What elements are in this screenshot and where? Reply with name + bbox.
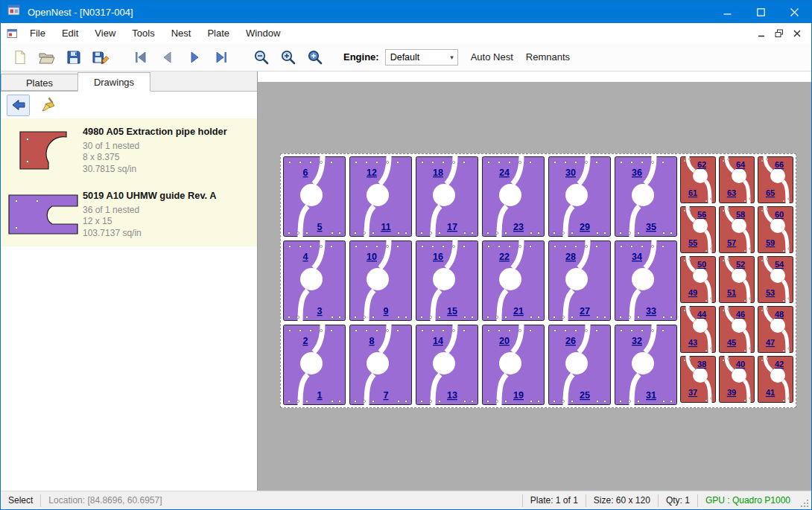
nest-part-pair-red[interactable]: 54 53 xyxy=(758,256,793,303)
import-drawing-button[interactable] xyxy=(7,95,30,116)
tab-drawings[interactable]: Drawings xyxy=(77,72,150,92)
svg-text:15: 15 xyxy=(447,306,457,316)
resize-grip[interactable] xyxy=(798,491,811,510)
nest-part-pair-purple[interactable]: 6 5 xyxy=(283,156,346,237)
menu-item-tools[interactable]: Tools xyxy=(124,23,162,43)
close-button[interactable] xyxy=(778,1,811,23)
zoom-in-button[interactable] xyxy=(275,46,302,68)
nav-prev-button[interactable] xyxy=(154,46,181,68)
nest-part-pair-red[interactable]: 38 37 xyxy=(680,356,716,403)
svg-text:18: 18 xyxy=(433,168,443,178)
open-button[interactable] xyxy=(34,46,60,68)
nest-part-pair-purple[interactable]: 10 9 xyxy=(349,240,412,321)
nest-part-pair-purple[interactable]: 14 13 xyxy=(416,325,478,405)
svg-text:48: 48 xyxy=(775,310,784,319)
nest-part-pair-red[interactable]: 44 43 xyxy=(680,306,716,353)
nest-part-pair-red[interactable]: 48 47 xyxy=(758,306,793,353)
auto-nest-button[interactable]: Auto Nest xyxy=(471,51,513,63)
nest-part-pair-purple[interactable]: 2 1 xyxy=(283,325,346,405)
svg-text:34: 34 xyxy=(632,252,642,262)
menu-item-window[interactable]: Window xyxy=(238,23,288,43)
nest-part-pair-red[interactable]: 64 63 xyxy=(719,156,755,203)
nest-part-pair-purple[interactable]: 12 11 xyxy=(349,156,412,237)
menubar: File Edit View Tools Nest Plate Window xyxy=(1,23,811,43)
nest-part-pair-purple[interactable]: 18 17 xyxy=(416,156,478,237)
part-thumbnail-purple xyxy=(5,194,83,235)
nest-part-pair-red[interactable]: 42 41 xyxy=(758,356,793,403)
engine-select[interactable]: Default ▾ xyxy=(385,49,458,66)
nav-next-button[interactable] xyxy=(181,46,208,68)
maximize-button[interactable] xyxy=(744,1,778,23)
nest-part-pair-purple[interactable]: 28 27 xyxy=(548,240,611,321)
nest-part-pair-red[interactable]: 60 59 xyxy=(758,206,793,253)
remnants-button[interactable]: Remnants xyxy=(526,51,570,63)
drawing-item-1[interactable]: 4980 A05 Extraction pipe holder 30 of 1 … xyxy=(1,118,257,182)
window-controls xyxy=(711,1,811,23)
menu-item-view[interactable]: View xyxy=(86,23,124,43)
engine-label: Engine: xyxy=(343,51,379,63)
nest-part-pair-purple[interactable]: 22 21 xyxy=(482,240,545,321)
nest-part-pair-purple[interactable]: 26 25 xyxy=(548,325,611,405)
svg-text:41: 41 xyxy=(766,388,775,397)
last-plate-icon xyxy=(214,51,229,64)
tab-plates[interactable]: Plates xyxy=(1,74,78,91)
nest-part-pair-red[interactable]: 40 39 xyxy=(719,356,755,403)
svg-text:54: 54 xyxy=(775,260,784,269)
nest-part-pair-red[interactable]: 58 57 xyxy=(719,206,755,253)
nest-part-pair-purple[interactable]: 24 23 xyxy=(482,156,545,237)
minimize-icon xyxy=(723,8,732,16)
mdi-minimize-icon xyxy=(757,29,766,38)
menu-item-edit[interactable]: Edit xyxy=(54,23,86,43)
nav-first-button[interactable] xyxy=(127,46,154,68)
svg-text:63: 63 xyxy=(727,188,736,197)
nest-part-pair-red[interactable]: 66 65 xyxy=(758,156,793,203)
menu-item-nest[interactable]: Nest xyxy=(163,23,200,43)
nest-part-pair-purple[interactable]: 36 35 xyxy=(615,156,677,237)
clean-button[interactable] xyxy=(36,95,59,116)
svg-text:26: 26 xyxy=(565,336,576,346)
svg-text:56: 56 xyxy=(697,210,706,219)
drawing-title: 4980 A05 Extraction pipe holder xyxy=(83,126,227,138)
new-button[interactable] xyxy=(7,46,34,68)
zoom-out-button[interactable] xyxy=(248,46,275,68)
nest-part-pair-red[interactable]: 52 51 xyxy=(719,256,755,303)
mdi-restore-button[interactable] xyxy=(770,25,788,42)
status-mode: Select xyxy=(1,495,40,506)
status-plate: Plate: 1 of 1 xyxy=(523,495,586,506)
nest-part-pair-purple[interactable]: 32 31 xyxy=(615,325,677,405)
nest-part-pair-red[interactable]: 46 45 xyxy=(719,306,755,353)
nav-last-button[interactable] xyxy=(208,46,235,68)
menu-item-file[interactable]: File xyxy=(22,23,54,43)
plate[interactable]: 6 5 12 11 18 17 24 23 30 29 xyxy=(280,153,796,408)
broom-icon xyxy=(39,97,56,113)
nest-part-pair-purple[interactable]: 30 29 xyxy=(548,156,611,237)
svg-text:53: 53 xyxy=(766,288,775,297)
nest-part-pair-red[interactable]: 62 61 xyxy=(680,156,716,203)
purple-grid: 6 5 12 11 18 17 24 23 30 29 xyxy=(283,156,677,405)
svg-text:5: 5 xyxy=(317,222,323,232)
drawing-area: 30.7815 sq/in xyxy=(83,164,227,176)
minimize-button[interactable] xyxy=(711,1,744,23)
nest-part-pair-purple[interactable]: 16 15 xyxy=(416,240,478,321)
svg-text:60: 60 xyxy=(775,210,784,219)
toolbar: Engine: Default ▾ Auto Nest Remnants xyxy=(1,43,811,71)
nest-part-pair-red[interactable]: 56 55 xyxy=(680,206,716,253)
nest-part-pair-purple[interactable]: 34 33 xyxy=(615,240,677,321)
zoom-in-icon xyxy=(279,48,297,66)
mdi-close-button[interactable] xyxy=(788,25,806,42)
window-titlebar: OpenNest - [N0317-004] xyxy=(1,1,811,23)
save-button[interactable] xyxy=(60,46,87,68)
drawing-item-2[interactable]: 5019 A10 UHMW guide Rev. A 36 of 1 neste… xyxy=(1,182,257,246)
nest-part-pair-purple[interactable]: 4 3 xyxy=(283,240,346,321)
main-content: Plates Drawings 4980 A05 Extraction pip xyxy=(1,71,811,491)
nest-canvas[interactable]: 6 5 12 11 18 17 24 23 30 29 xyxy=(258,71,811,491)
mdi-minimize-button[interactable] xyxy=(752,25,770,42)
svg-text:12: 12 xyxy=(367,168,377,178)
nest-part-pair-red[interactable]: 50 49 xyxy=(680,256,716,303)
status-qty: Qty: 1 xyxy=(659,495,697,506)
nest-part-pair-purple[interactable]: 8 7 xyxy=(349,325,412,405)
save-as-button[interactable] xyxy=(87,46,114,68)
zoom-fit-button[interactable] xyxy=(302,46,329,68)
menu-item-plate[interactable]: Plate xyxy=(199,23,238,43)
nest-part-pair-purple[interactable]: 20 19 xyxy=(482,325,545,405)
